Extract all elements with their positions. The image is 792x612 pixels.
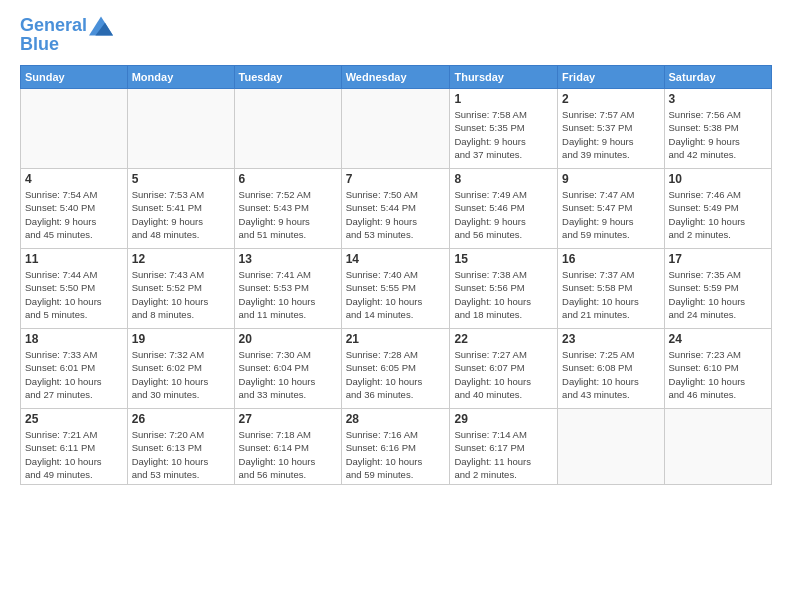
day-info: Sunrise: 7:43 AMSunset: 5:52 PMDaylight:… — [132, 268, 230, 321]
day-number: 10 — [669, 172, 767, 186]
day-number: 3 — [669, 92, 767, 106]
page-header: General Blue — [20, 16, 772, 55]
day-info: Sunrise: 7:18 AMSunset: 6:14 PMDaylight:… — [239, 428, 337, 481]
calendar-cell: 24Sunrise: 7:23 AMSunset: 6:10 PMDayligh… — [664, 329, 771, 409]
calendar-day-header: Sunday — [21, 66, 128, 89]
day-number: 23 — [562, 332, 659, 346]
day-number: 28 — [346, 412, 446, 426]
day-number: 4 — [25, 172, 123, 186]
calendar-cell: 12Sunrise: 7:43 AMSunset: 5:52 PMDayligh… — [127, 249, 234, 329]
day-number: 12 — [132, 252, 230, 266]
day-info: Sunrise: 7:47 AMSunset: 5:47 PMDaylight:… — [562, 188, 659, 241]
logo-blue: Blue — [20, 34, 113, 55]
calendar-week-row: 25Sunrise: 7:21 AMSunset: 6:11 PMDayligh… — [21, 409, 772, 485]
day-number: 20 — [239, 332, 337, 346]
logo-icon — [89, 16, 113, 36]
day-info: Sunrise: 7:37 AMSunset: 5:58 PMDaylight:… — [562, 268, 659, 321]
day-info: Sunrise: 7:33 AMSunset: 6:01 PMDaylight:… — [25, 348, 123, 401]
day-number: 19 — [132, 332, 230, 346]
calendar-cell: 6Sunrise: 7:52 AMSunset: 5:43 PMDaylight… — [234, 169, 341, 249]
day-number: 9 — [562, 172, 659, 186]
calendar-cell — [21, 89, 128, 169]
day-info: Sunrise: 7:46 AMSunset: 5:49 PMDaylight:… — [669, 188, 767, 241]
calendar-cell: 16Sunrise: 7:37 AMSunset: 5:58 PMDayligh… — [558, 249, 664, 329]
day-number: 21 — [346, 332, 446, 346]
calendar-day-header: Saturday — [664, 66, 771, 89]
calendar-week-row: 18Sunrise: 7:33 AMSunset: 6:01 PMDayligh… — [21, 329, 772, 409]
day-info: Sunrise: 7:25 AMSunset: 6:08 PMDaylight:… — [562, 348, 659, 401]
calendar-cell: 3Sunrise: 7:56 AMSunset: 5:38 PMDaylight… — [664, 89, 771, 169]
day-number: 2 — [562, 92, 659, 106]
calendar-week-row: 1Sunrise: 7:58 AMSunset: 5:35 PMDaylight… — [21, 89, 772, 169]
day-number: 17 — [669, 252, 767, 266]
calendar-cell — [558, 409, 664, 485]
day-number: 24 — [669, 332, 767, 346]
day-info: Sunrise: 7:52 AMSunset: 5:43 PMDaylight:… — [239, 188, 337, 241]
calendar-cell — [664, 409, 771, 485]
calendar-cell — [127, 89, 234, 169]
calendar-cell: 28Sunrise: 7:16 AMSunset: 6:16 PMDayligh… — [341, 409, 450, 485]
calendar-cell: 2Sunrise: 7:57 AMSunset: 5:37 PMDaylight… — [558, 89, 664, 169]
calendar-cell: 15Sunrise: 7:38 AMSunset: 5:56 PMDayligh… — [450, 249, 558, 329]
day-info: Sunrise: 7:27 AMSunset: 6:07 PMDaylight:… — [454, 348, 553, 401]
calendar-cell: 19Sunrise: 7:32 AMSunset: 6:02 PMDayligh… — [127, 329, 234, 409]
day-number: 27 — [239, 412, 337, 426]
calendar-cell: 13Sunrise: 7:41 AMSunset: 5:53 PMDayligh… — [234, 249, 341, 329]
day-info: Sunrise: 7:35 AMSunset: 5:59 PMDaylight:… — [669, 268, 767, 321]
day-info: Sunrise: 7:16 AMSunset: 6:16 PMDaylight:… — [346, 428, 446, 481]
day-number: 15 — [454, 252, 553, 266]
calendar-week-row: 11Sunrise: 7:44 AMSunset: 5:50 PMDayligh… — [21, 249, 772, 329]
calendar-day-header: Wednesday — [341, 66, 450, 89]
day-info: Sunrise: 7:14 AMSunset: 6:17 PMDaylight:… — [454, 428, 553, 481]
calendar-day-header: Tuesday — [234, 66, 341, 89]
logo: General Blue — [20, 16, 113, 55]
day-info: Sunrise: 7:21 AMSunset: 6:11 PMDaylight:… — [25, 428, 123, 481]
calendar-body: 1Sunrise: 7:58 AMSunset: 5:35 PMDaylight… — [21, 89, 772, 485]
calendar-cell: 5Sunrise: 7:53 AMSunset: 5:41 PMDaylight… — [127, 169, 234, 249]
calendar-header-row: SundayMondayTuesdayWednesdayThursdayFrid… — [21, 66, 772, 89]
calendar-cell: 10Sunrise: 7:46 AMSunset: 5:49 PMDayligh… — [664, 169, 771, 249]
calendar-cell: 18Sunrise: 7:33 AMSunset: 6:01 PMDayligh… — [21, 329, 128, 409]
day-number: 14 — [346, 252, 446, 266]
day-number: 16 — [562, 252, 659, 266]
calendar-table: SundayMondayTuesdayWednesdayThursdayFrid… — [20, 65, 772, 485]
day-info: Sunrise: 7:23 AMSunset: 6:10 PMDaylight:… — [669, 348, 767, 401]
calendar-day-header: Monday — [127, 66, 234, 89]
calendar-cell — [234, 89, 341, 169]
day-info: Sunrise: 7:57 AMSunset: 5:37 PMDaylight:… — [562, 108, 659, 161]
day-info: Sunrise: 7:20 AMSunset: 6:13 PMDaylight:… — [132, 428, 230, 481]
day-number: 22 — [454, 332, 553, 346]
calendar-cell: 17Sunrise: 7:35 AMSunset: 5:59 PMDayligh… — [664, 249, 771, 329]
calendar-week-row: 4Sunrise: 7:54 AMSunset: 5:40 PMDaylight… — [21, 169, 772, 249]
day-info: Sunrise: 7:40 AMSunset: 5:55 PMDaylight:… — [346, 268, 446, 321]
day-info: Sunrise: 7:44 AMSunset: 5:50 PMDaylight:… — [25, 268, 123, 321]
calendar-cell: 25Sunrise: 7:21 AMSunset: 6:11 PMDayligh… — [21, 409, 128, 485]
calendar-cell: 23Sunrise: 7:25 AMSunset: 6:08 PMDayligh… — [558, 329, 664, 409]
calendar-cell: 4Sunrise: 7:54 AMSunset: 5:40 PMDaylight… — [21, 169, 128, 249]
calendar-cell: 14Sunrise: 7:40 AMSunset: 5:55 PMDayligh… — [341, 249, 450, 329]
calendar-cell — [341, 89, 450, 169]
calendar-cell: 1Sunrise: 7:58 AMSunset: 5:35 PMDaylight… — [450, 89, 558, 169]
day-info: Sunrise: 7:53 AMSunset: 5:41 PMDaylight:… — [132, 188, 230, 241]
calendar-day-header: Thursday — [450, 66, 558, 89]
day-info: Sunrise: 7:49 AMSunset: 5:46 PMDaylight:… — [454, 188, 553, 241]
calendar-cell: 21Sunrise: 7:28 AMSunset: 6:05 PMDayligh… — [341, 329, 450, 409]
day-number: 11 — [25, 252, 123, 266]
calendar-cell: 26Sunrise: 7:20 AMSunset: 6:13 PMDayligh… — [127, 409, 234, 485]
calendar-cell: 7Sunrise: 7:50 AMSunset: 5:44 PMDaylight… — [341, 169, 450, 249]
day-number: 29 — [454, 412, 553, 426]
calendar-cell: 27Sunrise: 7:18 AMSunset: 6:14 PMDayligh… — [234, 409, 341, 485]
day-info: Sunrise: 7:54 AMSunset: 5:40 PMDaylight:… — [25, 188, 123, 241]
calendar-cell: 22Sunrise: 7:27 AMSunset: 6:07 PMDayligh… — [450, 329, 558, 409]
day-number: 8 — [454, 172, 553, 186]
day-number: 1 — [454, 92, 553, 106]
calendar-cell: 8Sunrise: 7:49 AMSunset: 5:46 PMDaylight… — [450, 169, 558, 249]
day-info: Sunrise: 7:58 AMSunset: 5:35 PMDaylight:… — [454, 108, 553, 161]
logo-text: General — [20, 16, 87, 36]
day-number: 5 — [132, 172, 230, 186]
day-info: Sunrise: 7:56 AMSunset: 5:38 PMDaylight:… — [669, 108, 767, 161]
calendar-cell: 20Sunrise: 7:30 AMSunset: 6:04 PMDayligh… — [234, 329, 341, 409]
calendar-cell: 9Sunrise: 7:47 AMSunset: 5:47 PMDaylight… — [558, 169, 664, 249]
day-number: 25 — [25, 412, 123, 426]
day-info: Sunrise: 7:30 AMSunset: 6:04 PMDaylight:… — [239, 348, 337, 401]
